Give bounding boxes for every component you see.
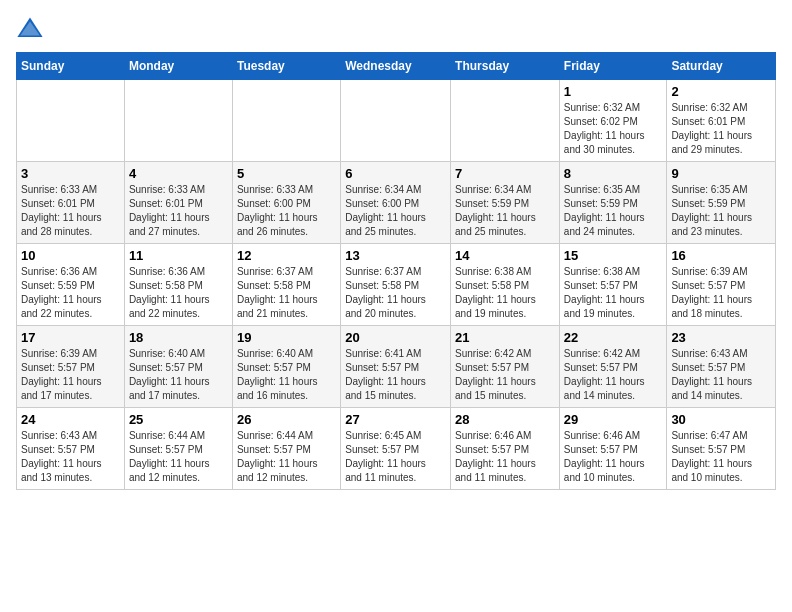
day-number: 22 bbox=[564, 330, 663, 345]
calendar-cell: 3Sunrise: 6:33 AM Sunset: 6:01 PM Daylig… bbox=[17, 162, 125, 244]
day-info: Sunrise: 6:42 AM Sunset: 5:57 PM Dayligh… bbox=[564, 347, 663, 403]
calendar-cell: 16Sunrise: 6:39 AM Sunset: 5:57 PM Dayli… bbox=[667, 244, 776, 326]
day-info: Sunrise: 6:39 AM Sunset: 5:57 PM Dayligh… bbox=[21, 347, 120, 403]
calendar-week-3: 10Sunrise: 6:36 AM Sunset: 5:59 PM Dayli… bbox=[17, 244, 776, 326]
day-number: 25 bbox=[129, 412, 228, 427]
calendar-cell: 24Sunrise: 6:43 AM Sunset: 5:57 PM Dayli… bbox=[17, 408, 125, 490]
day-number: 19 bbox=[237, 330, 336, 345]
calendar-cell: 12Sunrise: 6:37 AM Sunset: 5:58 PM Dayli… bbox=[232, 244, 340, 326]
day-number: 17 bbox=[21, 330, 120, 345]
calendar-cell: 13Sunrise: 6:37 AM Sunset: 5:58 PM Dayli… bbox=[341, 244, 451, 326]
day-number: 20 bbox=[345, 330, 446, 345]
calendar-cell bbox=[232, 80, 340, 162]
calendar-week-1: 1Sunrise: 6:32 AM Sunset: 6:02 PM Daylig… bbox=[17, 80, 776, 162]
day-number: 9 bbox=[671, 166, 771, 181]
calendar-week-2: 3Sunrise: 6:33 AM Sunset: 6:01 PM Daylig… bbox=[17, 162, 776, 244]
day-info: Sunrise: 6:39 AM Sunset: 5:57 PM Dayligh… bbox=[671, 265, 771, 321]
calendar-cell: 2Sunrise: 6:32 AM Sunset: 6:01 PM Daylig… bbox=[667, 80, 776, 162]
calendar-cell: 11Sunrise: 6:36 AM Sunset: 5:58 PM Dayli… bbox=[124, 244, 232, 326]
day-info: Sunrise: 6:46 AM Sunset: 5:57 PM Dayligh… bbox=[455, 429, 555, 485]
calendar-week-5: 24Sunrise: 6:43 AM Sunset: 5:57 PM Dayli… bbox=[17, 408, 776, 490]
day-number: 24 bbox=[21, 412, 120, 427]
day-number: 18 bbox=[129, 330, 228, 345]
day-number: 27 bbox=[345, 412, 446, 427]
calendar-cell: 20Sunrise: 6:41 AM Sunset: 5:57 PM Dayli… bbox=[341, 326, 451, 408]
day-info: Sunrise: 6:44 AM Sunset: 5:57 PM Dayligh… bbox=[129, 429, 228, 485]
day-info: Sunrise: 6:36 AM Sunset: 5:59 PM Dayligh… bbox=[21, 265, 120, 321]
calendar-cell: 21Sunrise: 6:42 AM Sunset: 5:57 PM Dayli… bbox=[451, 326, 560, 408]
header-row: SundayMondayTuesdayWednesdayThursdayFrid… bbox=[17, 53, 776, 80]
day-info: Sunrise: 6:32 AM Sunset: 6:01 PM Dayligh… bbox=[671, 101, 771, 157]
day-info: Sunrise: 6:35 AM Sunset: 5:59 PM Dayligh… bbox=[671, 183, 771, 239]
calendar-cell: 10Sunrise: 6:36 AM Sunset: 5:59 PM Dayli… bbox=[17, 244, 125, 326]
calendar-cell: 22Sunrise: 6:42 AM Sunset: 5:57 PM Dayli… bbox=[559, 326, 667, 408]
calendar-cell: 19Sunrise: 6:40 AM Sunset: 5:57 PM Dayli… bbox=[232, 326, 340, 408]
day-info: Sunrise: 6:32 AM Sunset: 6:02 PM Dayligh… bbox=[564, 101, 663, 157]
calendar-body: 1Sunrise: 6:32 AM Sunset: 6:02 PM Daylig… bbox=[17, 80, 776, 490]
day-info: Sunrise: 6:37 AM Sunset: 5:58 PM Dayligh… bbox=[237, 265, 336, 321]
header-cell-monday: Monday bbox=[124, 53, 232, 80]
logo-icon bbox=[16, 16, 44, 44]
day-number: 10 bbox=[21, 248, 120, 263]
day-info: Sunrise: 6:40 AM Sunset: 5:57 PM Dayligh… bbox=[129, 347, 228, 403]
day-number: 28 bbox=[455, 412, 555, 427]
calendar-cell bbox=[17, 80, 125, 162]
header-cell-thursday: Thursday bbox=[451, 53, 560, 80]
day-info: Sunrise: 6:40 AM Sunset: 5:57 PM Dayligh… bbox=[237, 347, 336, 403]
day-info: Sunrise: 6:43 AM Sunset: 5:57 PM Dayligh… bbox=[671, 347, 771, 403]
day-number: 11 bbox=[129, 248, 228, 263]
calendar-cell: 5Sunrise: 6:33 AM Sunset: 6:00 PM Daylig… bbox=[232, 162, 340, 244]
day-info: Sunrise: 6:35 AM Sunset: 5:59 PM Dayligh… bbox=[564, 183, 663, 239]
day-info: Sunrise: 6:34 AM Sunset: 5:59 PM Dayligh… bbox=[455, 183, 555, 239]
day-info: Sunrise: 6:38 AM Sunset: 5:58 PM Dayligh… bbox=[455, 265, 555, 321]
day-info: Sunrise: 6:33 AM Sunset: 6:01 PM Dayligh… bbox=[21, 183, 120, 239]
day-number: 8 bbox=[564, 166, 663, 181]
day-info: Sunrise: 6:41 AM Sunset: 5:57 PM Dayligh… bbox=[345, 347, 446, 403]
calendar-cell bbox=[341, 80, 451, 162]
calendar-cell: 8Sunrise: 6:35 AM Sunset: 5:59 PM Daylig… bbox=[559, 162, 667, 244]
day-number: 5 bbox=[237, 166, 336, 181]
day-number: 4 bbox=[129, 166, 228, 181]
header-cell-sunday: Sunday bbox=[17, 53, 125, 80]
day-info: Sunrise: 6:46 AM Sunset: 5:57 PM Dayligh… bbox=[564, 429, 663, 485]
day-number: 30 bbox=[671, 412, 771, 427]
day-info: Sunrise: 6:34 AM Sunset: 6:00 PM Dayligh… bbox=[345, 183, 446, 239]
header-cell-friday: Friday bbox=[559, 53, 667, 80]
calendar-cell: 30Sunrise: 6:47 AM Sunset: 5:57 PM Dayli… bbox=[667, 408, 776, 490]
day-number: 7 bbox=[455, 166, 555, 181]
day-number: 13 bbox=[345, 248, 446, 263]
calendar-cell: 23Sunrise: 6:43 AM Sunset: 5:57 PM Dayli… bbox=[667, 326, 776, 408]
calendar-cell: 28Sunrise: 6:46 AM Sunset: 5:57 PM Dayli… bbox=[451, 408, 560, 490]
calendar-cell: 25Sunrise: 6:44 AM Sunset: 5:57 PM Dayli… bbox=[124, 408, 232, 490]
day-info: Sunrise: 6:42 AM Sunset: 5:57 PM Dayligh… bbox=[455, 347, 555, 403]
calendar-cell bbox=[451, 80, 560, 162]
calendar-cell: 18Sunrise: 6:40 AM Sunset: 5:57 PM Dayli… bbox=[124, 326, 232, 408]
calendar-cell: 7Sunrise: 6:34 AM Sunset: 5:59 PM Daylig… bbox=[451, 162, 560, 244]
day-number: 2 bbox=[671, 84, 771, 99]
day-number: 23 bbox=[671, 330, 771, 345]
calendar-cell: 15Sunrise: 6:38 AM Sunset: 5:57 PM Dayli… bbox=[559, 244, 667, 326]
calendar-cell: 26Sunrise: 6:44 AM Sunset: 5:57 PM Dayli… bbox=[232, 408, 340, 490]
calendar-cell: 6Sunrise: 6:34 AM Sunset: 6:00 PM Daylig… bbox=[341, 162, 451, 244]
header-cell-tuesday: Tuesday bbox=[232, 53, 340, 80]
day-info: Sunrise: 6:33 AM Sunset: 6:01 PM Dayligh… bbox=[129, 183, 228, 239]
day-number: 1 bbox=[564, 84, 663, 99]
day-number: 29 bbox=[564, 412, 663, 427]
day-info: Sunrise: 6:36 AM Sunset: 5:58 PM Dayligh… bbox=[129, 265, 228, 321]
day-number: 3 bbox=[21, 166, 120, 181]
header-cell-saturday: Saturday bbox=[667, 53, 776, 80]
day-info: Sunrise: 6:44 AM Sunset: 5:57 PM Dayligh… bbox=[237, 429, 336, 485]
day-info: Sunrise: 6:33 AM Sunset: 6:00 PM Dayligh… bbox=[237, 183, 336, 239]
day-info: Sunrise: 6:43 AM Sunset: 5:57 PM Dayligh… bbox=[21, 429, 120, 485]
calendar-cell: 4Sunrise: 6:33 AM Sunset: 6:01 PM Daylig… bbox=[124, 162, 232, 244]
day-number: 6 bbox=[345, 166, 446, 181]
day-info: Sunrise: 6:38 AM Sunset: 5:57 PM Dayligh… bbox=[564, 265, 663, 321]
calendar-cell: 14Sunrise: 6:38 AM Sunset: 5:58 PM Dayli… bbox=[451, 244, 560, 326]
day-number: 21 bbox=[455, 330, 555, 345]
calendar-week-4: 17Sunrise: 6:39 AM Sunset: 5:57 PM Dayli… bbox=[17, 326, 776, 408]
calendar-cell bbox=[124, 80, 232, 162]
day-number: 16 bbox=[671, 248, 771, 263]
day-number: 14 bbox=[455, 248, 555, 263]
calendar-cell: 29Sunrise: 6:46 AM Sunset: 5:57 PM Dayli… bbox=[559, 408, 667, 490]
day-number: 12 bbox=[237, 248, 336, 263]
